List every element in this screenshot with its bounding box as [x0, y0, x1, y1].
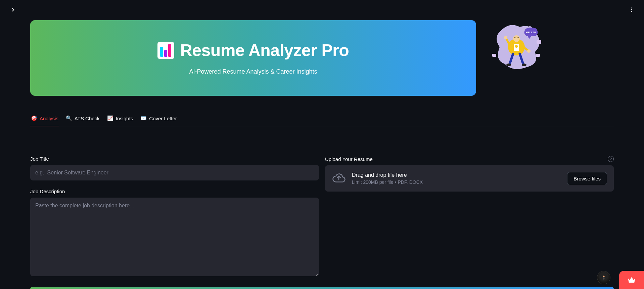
chart-icon: 📈: [107, 115, 113, 121]
tab-insights[interactable]: 📈 Insights: [106, 112, 134, 126]
tab-bar: 🎯 Analysis 🔍 ATS Check 📈 Insights ✉️ Cov…: [30, 112, 614, 126]
job-description-input[interactable]: [30, 198, 319, 276]
svg-point-2: [631, 11, 632, 12]
tab-label: Analysis: [40, 116, 58, 121]
dots-vertical-icon: [629, 7, 635, 13]
mascot-illustration: HELLO!: [490, 20, 543, 74]
tab-analysis[interactable]: 🎯 Analysis: [30, 112, 59, 126]
svg-point-15: [603, 276, 605, 277]
browse-files-button[interactable]: Browse files: [567, 172, 607, 185]
help-icon[interactable]: ?: [608, 156, 614, 162]
user-avatar[interactable]: [597, 271, 610, 284]
app-title: Resume Analyzer Pro: [180, 41, 349, 60]
chevron-right-icon: [10, 7, 16, 13]
job-description-label: Job Description: [30, 189, 319, 194]
job-title-input[interactable]: [30, 165, 319, 180]
hero-banner: Resume Analyzer Pro AI-Powered Resume An…: [30, 20, 476, 96]
svg-point-5: [513, 35, 520, 42]
svg-point-10: [506, 64, 511, 66]
envelope-icon: ✉️: [140, 115, 147, 121]
file-dropzone[interactable]: Drag and drop file here Limit 200MB per …: [325, 165, 614, 192]
mascot-bubble-text: HELLO!: [526, 31, 536, 34]
magnifier-icon: 🔍: [66, 115, 72, 121]
svg-rect-13: [492, 54, 496, 57]
svg-point-0: [631, 7, 632, 8]
target-icon: 🎯: [31, 115, 37, 121]
tab-label: ATS Check: [75, 116, 100, 121]
svg-point-8: [504, 36, 507, 39]
dropzone-text: Drag and drop file here: [352, 172, 561, 178]
app-subtitle: AI-Powered Resume Analysis & Career Insi…: [189, 68, 317, 75]
tab-label: Cover Letter: [149, 116, 177, 121]
svg-point-7: [515, 45, 518, 48]
premium-tab[interactable]: [619, 271, 644, 289]
cloud-upload-icon: [332, 171, 346, 185]
svg-rect-14: [536, 54, 540, 57]
avatar-icon: [600, 274, 607, 281]
gradient-divider: [30, 287, 614, 289]
sidebar-toggle[interactable]: [10, 7, 16, 14]
svg-point-9: [527, 49, 531, 53]
tab-cover-letter[interactable]: ✉️ Cover Letter: [140, 112, 178, 126]
svg-point-1: [631, 9, 632, 10]
crown-icon: [627, 275, 636, 285]
job-title-label: Job Title: [30, 156, 319, 162]
bar-chart-icon: [157, 42, 174, 59]
svg-rect-16: [603, 277, 605, 280]
svg-point-11: [522, 64, 526, 66]
dropzone-limit: Limit 200MB per file • PDF, DOCX: [352, 179, 561, 185]
more-menu[interactable]: [629, 7, 635, 14]
tab-label: Insights: [116, 116, 133, 121]
upload-label: Upload Your Resume: [325, 156, 373, 162]
tab-ats-check[interactable]: 🔍 ATS Check: [65, 112, 100, 126]
